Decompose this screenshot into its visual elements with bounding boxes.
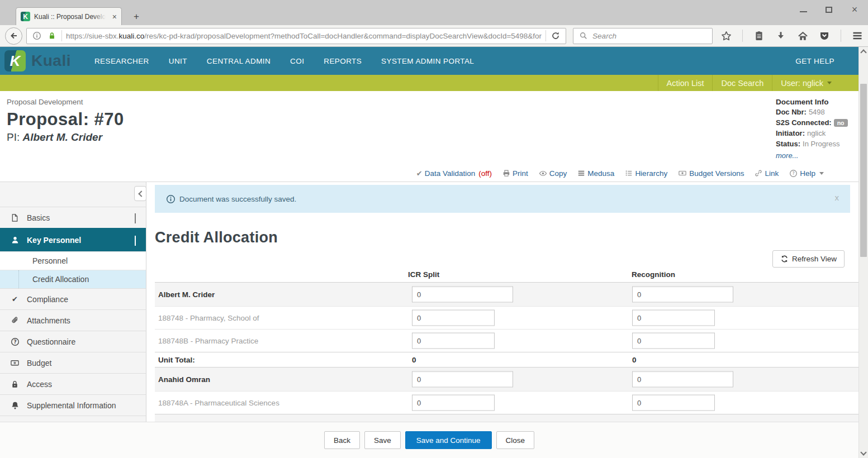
nav-item-system-admin-portal[interactable]: SYSTEM ADMIN PORTAL: [381, 57, 474, 65]
sidebar-item-supplemental-information[interactable]: Supplemental Information: [0, 394, 146, 416]
sidebar-item-attachments[interactable]: Attachments: [0, 309, 146, 331]
browser-window: K Kuali :: Proposal Developme × + × http…: [0, 0, 868, 458]
page-viewport: K Kuali RESEARCHER UNIT CENTRAL ADMIN CO…: [0, 47, 868, 458]
recognition-input[interactable]: [632, 333, 715, 349]
icr-split-input[interactable]: [412, 395, 495, 411]
refresh-view-button[interactable]: Refresh View: [772, 250, 845, 268]
nav-item-central-admin[interactable]: CENTRAL ADMIN: [207, 57, 271, 65]
user-menu[interactable]: User: nglick: [772, 75, 840, 91]
person-name: Albert M. Crider: [158, 290, 215, 299]
banknote-icon: 0: [10, 359, 20, 367]
recognition-input[interactable]: [632, 395, 715, 411]
sidebar-item-access[interactable]: Access: [0, 373, 146, 394]
recognition-input[interactable]: [632, 371, 733, 388]
icr-split-input[interactable]: [412, 371, 513, 388]
help-menu[interactable]: ? Help: [789, 169, 824, 178]
document-action-toolbar: ✔ Data Validation (off) Print Copy Medus…: [0, 165, 858, 182]
scroll-up-icon[interactable]: [860, 49, 866, 55]
new-tab-button[interactable]: +: [127, 10, 145, 23]
stacked-lines-icon: [577, 169, 585, 177]
back-navigation-button[interactable]: [5, 27, 22, 45]
page-footer: Back Save Save and Continue Close: [0, 422, 858, 458]
app-main-nav: RESEARCHER UNIT CENTRAL ADMIN COI REPORT…: [94, 57, 474, 65]
sidebar-item-budget[interactable]: 0 Budget: [0, 352, 146, 373]
paperclip-icon: [10, 316, 20, 325]
brand-wordmark[interactable]: Kuali: [31, 52, 71, 70]
action-list-link[interactable]: Action List: [658, 75, 713, 91]
browser-action-icons: [720, 30, 863, 42]
data-validation-link[interactable]: ✔ Data Validation (off): [416, 169, 492, 178]
s2s-row: S2S Connected:no: [776, 118, 860, 127]
page-title: Credit Allocation: [155, 229, 278, 246]
unit-name: 188748A - Pharmaceutical Sciences: [158, 399, 279, 407]
bookmark-star-icon[interactable]: [720, 30, 732, 41]
sidebar-item-basics[interactable]: Basics: [0, 207, 146, 228]
search-bar[interactable]: [573, 28, 713, 44]
table-row-unit: 188748A - Pharmaceutical Sciences: [155, 391, 858, 414]
message-close-icon[interactable]: x: [835, 193, 839, 202]
minimize-icon[interactable]: [799, 5, 808, 14]
medusa-link[interactable]: Medusa: [577, 169, 614, 178]
initiator-row: Initiator:nglick: [776, 129, 860, 138]
recognition-input[interactable]: [632, 287, 733, 303]
sidebar-item-credit-allocation[interactable]: Credit Allocation: [0, 270, 146, 288]
doc-search-link[interactable]: Doc Search: [712, 75, 772, 91]
unit-name: 188748 - Pharmacy, School of: [158, 314, 259, 322]
search-input[interactable]: [592, 32, 708, 40]
utility-bar: Action List Doc Search User: nglick: [0, 75, 858, 91]
nav-item-researcher[interactable]: RESEARCHER: [94, 57, 149, 65]
document-header: Proposal Development Proposal: #70 PI: A…: [0, 91, 858, 165]
doc-nbr-row: Doc Nbr:5498: [776, 108, 860, 117]
hierarchy-link[interactable]: Hierarchy: [625, 169, 667, 178]
nav-item-unit[interactable]: UNIT: [169, 57, 187, 65]
kuali-logo-icon[interactable]: K: [4, 50, 26, 71]
nav-item-reports[interactable]: REPORTS: [324, 57, 362, 65]
success-message-bar: Document was successfully saved. x: [155, 185, 850, 213]
icr-split-input[interactable]: [412, 310, 495, 326]
tab-close-icon[interactable]: ×: [112, 13, 117, 21]
browser-tab[interactable]: K Kuali :: Proposal Developme ×: [16, 7, 122, 25]
nav-item-coi[interactable]: COI: [290, 57, 304, 65]
table-row-partial: [155, 414, 858, 422]
close-button[interactable]: Close: [496, 431, 535, 449]
budget-versions-link[interactable]: Budget Versions: [678, 169, 744, 178]
lock-icon: [10, 380, 20, 389]
more-link[interactable]: more...: [776, 151, 798, 160]
scrollbar-thumb[interactable]: [860, 84, 867, 257]
sidebar-item-key-personnel[interactable]: Key Personnel: [0, 228, 146, 251]
pocket-icon[interactable]: [819, 30, 830, 41]
caret-down-icon: [819, 172, 824, 175]
window-controls: ×: [799, 0, 864, 19]
scroll-down-icon[interactable]: [860, 449, 866, 455]
main-panel: Document was successfully saved. x Credi…: [146, 182, 858, 422]
url-bar[interactable]: https://siue-sbx.kuali.co/res/kc-pd-krad…: [26, 28, 566, 44]
page-info-icon[interactable]: [31, 30, 42, 41]
pi-line: PI: Albert M. Crider: [7, 131, 124, 144]
document-info-panel: Document Info Doc Nbr:5498 S2S Connected…: [776, 98, 860, 160]
table-row-person: Anahid Omran: [155, 367, 858, 391]
recognition-input[interactable]: [632, 310, 715, 326]
save-and-continue-button[interactable]: Save and Continue: [405, 431, 492, 449]
bookmarks-clipboard-icon[interactable]: [753, 30, 765, 41]
sidebar-collapse-button[interactable]: [134, 186, 146, 201]
copy-link[interactable]: Copy: [539, 169, 567, 178]
maximize-icon[interactable]: [824, 5, 833, 14]
save-button[interactable]: Save: [364, 431, 401, 449]
page-scrollbar[interactable]: [858, 47, 868, 458]
link-link[interactable]: Link: [755, 169, 779, 178]
sidebar-item-personnel[interactable]: Personnel: [0, 251, 146, 270]
app-header: K Kuali RESEARCHER UNIT CENTRAL ADMIN CO…: [0, 47, 858, 75]
menu-hamburger-icon[interactable]: [852, 30, 863, 41]
back-button[interactable]: Back: [324, 431, 360, 449]
home-icon[interactable]: [797, 30, 808, 41]
print-link[interactable]: Print: [502, 169, 528, 178]
window-close-icon[interactable]: ×: [850, 5, 859, 14]
get-help-link[interactable]: GET HELP: [795, 57, 834, 65]
reload-icon[interactable]: [550, 30, 561, 41]
sidebar-item-questionnaire[interactable]: ? Questionnaire: [0, 331, 146, 352]
sidebar-item-compliance[interactable]: ✔ Compliance: [0, 288, 146, 309]
downloads-icon[interactable]: [775, 30, 786, 41]
icr-split-input[interactable]: [412, 333, 495, 349]
https-lock-icon[interactable]: [46, 30, 58, 41]
icr-split-input[interactable]: [412, 287, 513, 303]
